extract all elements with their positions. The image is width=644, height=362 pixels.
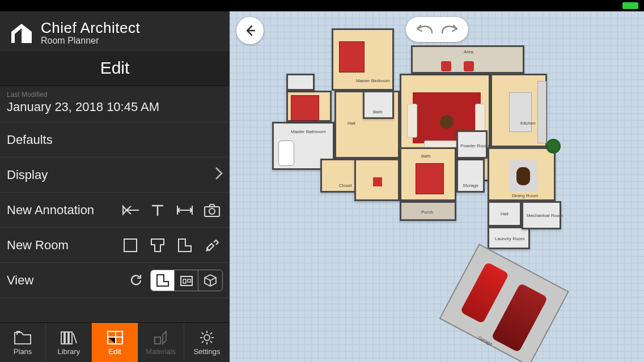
room-label: Powder Room bbox=[460, 143, 489, 148]
refresh-view-icon[interactable] bbox=[125, 270, 147, 291]
new-annotation-row: New Annotation bbox=[0, 193, 230, 228]
room-area[interactable]: Area bbox=[411, 45, 524, 74]
new-room-label: New Room bbox=[7, 238, 120, 253]
new-annotation-label: New Annotation bbox=[7, 203, 120, 218]
battery-icon bbox=[622, 2, 638, 9]
room-small[interactable] bbox=[354, 159, 400, 201]
kitchen-island bbox=[509, 92, 532, 132]
tab-edit-label: Edit bbox=[108, 347, 121, 356]
custom-room-icon[interactable] bbox=[201, 235, 223, 256]
back-button[interactable] bbox=[236, 17, 264, 44]
edit-menu: Last Modified January 23, 2018 10:45 AM … bbox=[0, 86, 230, 322]
counter bbox=[537, 81, 546, 143]
tab-materials[interactable]: Materials bbox=[138, 323, 184, 362]
tab-settings-label: Settings bbox=[193, 347, 220, 356]
view-3d-button[interactable] bbox=[198, 270, 222, 291]
redo-button[interactable] bbox=[439, 22, 461, 37]
svg-rect-2 bbox=[124, 239, 137, 252]
room-storage[interactable]: Storage bbox=[456, 159, 485, 193]
room-porch[interactable]: Porch bbox=[400, 201, 456, 221]
camera-annotation-icon[interactable] bbox=[201, 199, 223, 221]
brand-subtitle: Room Planner bbox=[41, 36, 140, 46]
room-label: Kitchen bbox=[520, 121, 536, 126]
svg-rect-6 bbox=[61, 332, 64, 344]
display-label: Display bbox=[7, 168, 215, 182]
room-mechanical[interactable]: Mechanical Room bbox=[522, 201, 561, 229]
tab-plans[interactable]: Plans bbox=[0, 323, 46, 362]
svg-point-11 bbox=[204, 335, 210, 340]
brand-title: Chief Architect bbox=[41, 19, 140, 37]
status-bar bbox=[0, 0, 644, 11]
room-bedroom-3[interactable]: Bath bbox=[400, 147, 456, 201]
room-label: Master Bedroom bbox=[356, 78, 389, 83]
svg-point-1 bbox=[209, 208, 215, 214]
view-row: View bbox=[0, 263, 230, 298]
brand-text: Chief Architect Room Planner bbox=[41, 19, 140, 46]
sidebar: Chief Architect Room Planner Edit Last M… bbox=[0, 11, 230, 362]
svg-rect-8 bbox=[69, 332, 72, 344]
room-dining[interactable]: Dining Room bbox=[488, 147, 556, 201]
bed bbox=[416, 163, 444, 194]
coffee-table bbox=[440, 115, 454, 129]
room-label: Bath bbox=[421, 154, 430, 159]
view-elevation-button[interactable] bbox=[175, 270, 198, 291]
tub bbox=[278, 140, 294, 166]
floorplan-canvas[interactable]: Great Room Area Kitchen Master Bed bbox=[230, 11, 644, 362]
svg-rect-4 bbox=[183, 279, 186, 283]
bed bbox=[339, 41, 365, 73]
tab-library[interactable]: Library bbox=[46, 323, 92, 362]
svg-rect-5 bbox=[188, 279, 190, 282]
tab-materials-label: Materials bbox=[146, 347, 176, 356]
t-room-icon[interactable] bbox=[147, 235, 168, 256]
text-annotation-icon[interactable] bbox=[147, 199, 168, 221]
brand-header: Chief Architect Room Planner bbox=[0, 11, 230, 52]
room-kitchen[interactable]: Kitchen bbox=[490, 74, 547, 147]
tab-plans-label: Plans bbox=[14, 347, 32, 356]
tab-library-label: Library bbox=[57, 347, 80, 356]
room-hall-2[interactable]: Hall bbox=[488, 201, 522, 227]
car-truck bbox=[491, 283, 548, 352]
square-room-icon[interactable] bbox=[120, 235, 141, 256]
dining-table bbox=[516, 167, 530, 185]
last-modified-row[interactable]: Last Modified January 23, 2018 10:45 AM bbox=[0, 86, 230, 122]
room-label: Porch bbox=[421, 210, 433, 215]
main-area: Chief Architect Room Planner Edit Last M… bbox=[0, 11, 644, 362]
room-label: Laundry Room bbox=[495, 236, 524, 241]
arrow-annotation-icon[interactable] bbox=[120, 199, 141, 221]
l-room-icon[interactable] bbox=[174, 235, 196, 256]
bottom-tab-bar: Plans Library Edit Materials Settings bbox=[0, 322, 230, 362]
app-root: Chief Architect Room Planner Edit Last M… bbox=[0, 0, 644, 362]
room-garage[interactable]: Garage bbox=[439, 244, 569, 362]
tab-settings[interactable]: Settings bbox=[184, 323, 230, 362]
room-laundry[interactable]: Laundry Room bbox=[488, 227, 530, 249]
view-label: View bbox=[7, 273, 125, 288]
room-label: Mechanical Room bbox=[527, 213, 563, 218]
room-label: Master Bathroom bbox=[291, 129, 325, 134]
room-bath[interactable]: Bath bbox=[363, 91, 394, 119]
room-label: Dining Room bbox=[512, 193, 538, 198]
room-bath-small[interactable] bbox=[286, 74, 315, 91]
view-mode-segmented bbox=[150, 270, 223, 291]
view-2d-button[interactable] bbox=[151, 270, 175, 291]
chair bbox=[373, 177, 382, 186]
undo-button[interactable] bbox=[413, 22, 435, 37]
car-sports bbox=[460, 262, 510, 323]
plant bbox=[546, 139, 561, 154]
display-row[interactable]: Display bbox=[0, 157, 230, 193]
defaults-label: Defaults bbox=[7, 133, 223, 147]
room-master-bedroom[interactable]: Master Bedroom bbox=[332, 28, 394, 91]
room-label: Area bbox=[464, 49, 473, 54]
chevron-right-icon bbox=[215, 166, 223, 184]
room-bedroom-2[interactable] bbox=[286, 91, 332, 122]
svg-rect-10 bbox=[155, 337, 160, 344]
defaults-row[interactable]: Defaults bbox=[0, 122, 230, 157]
room-powder[interactable]: Powder Room bbox=[456, 130, 488, 159]
chair bbox=[464, 61, 474, 71]
tab-edit[interactable]: Edit bbox=[92, 323, 138, 362]
chair bbox=[441, 61, 451, 71]
panel-title: Edit bbox=[0, 52, 230, 86]
dimension-annotation-icon[interactable] bbox=[174, 199, 196, 221]
sofa-left bbox=[407, 104, 417, 138]
room-label: Garage bbox=[477, 335, 493, 347]
last-modified-value: January 23, 2018 10:45 AM bbox=[7, 100, 159, 114]
